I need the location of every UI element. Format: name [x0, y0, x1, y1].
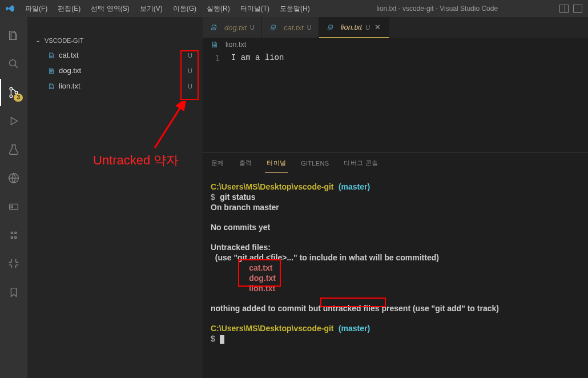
activitybar: 3 [0, 17, 27, 378]
file-icon: 🗎 [210, 23, 218, 32]
scm-badge: 3 [14, 94, 23, 102]
terminal-cursor [220, 335, 224, 344]
svg-point-0 [10, 60, 16, 66]
panel-tab-problems[interactable]: 문제 [210, 154, 226, 172]
titlebar: 파일(F) 편집(E) 선택 영역(S) 보기(V) 이동(G) 실행(R) 터… [0, 0, 588, 17]
sidebar-folder-name: VSCODE-GIT [45, 37, 83, 44]
term-prompt: $ [211, 334, 215, 343]
menu-selection[interactable]: 선택 영역(S) [86, 1, 134, 17]
term-file: cat.txt [249, 263, 272, 272]
tab-status: U [250, 24, 255, 31]
file-row[interactable]: 🗎 cat.txt U [27, 47, 203, 63]
window-title: lion.txt - vscode-git - Visual Studio Co… [315, 5, 559, 13]
term-line: Untracked files: [211, 243, 271, 252]
file-name: lion.txt [59, 82, 80, 90]
file-status: U [188, 52, 192, 59]
menu-run[interactable]: 실행(R) [202, 1, 235, 17]
term-line: nothing added to commit but [211, 304, 323, 313]
menu-edit[interactable]: 편집(E) [53, 1, 86, 17]
file-row[interactable]: 🗎 dog.txt U [27, 63, 203, 78]
line-number: 1 [203, 53, 220, 63]
term-cmd: git status [220, 192, 255, 202]
activity-extra1[interactable] [0, 193, 27, 220]
main-container: 3 ⌄ VSCODE-GIT 🗎 [0, 17, 588, 378]
tab-status: U [307, 24, 312, 31]
file-icon: 🗎 [47, 82, 55, 91]
term-dir: C:\Users\MS\Desktop\vscode-git [211, 182, 334, 191]
activity-extra3[interactable] [0, 250, 27, 278]
file-status: U [188, 67, 192, 74]
editor-area: 🗎 dog.txt U 🗎 cat.txt U 🗎 lion.txt U ✕ 🗎… [203, 17, 588, 378]
tab-close-icon[interactable]: ✕ [373, 23, 382, 31]
terminal-content[interactable]: C:\Users\MS\Desktop\vscode-git (master) … [203, 173, 588, 378]
editor-tab-active[interactable]: 🗎 lion.txt U ✕ [319, 17, 390, 38]
menu-terminal[interactable]: 터미널(T) [235, 1, 275, 17]
file-name: dog.txt [59, 66, 81, 75]
file-icon: 🗎 [211, 40, 219, 49]
panel-tab-output[interactable]: 출력 [237, 154, 254, 172]
term-prompt: $ [211, 192, 215, 202]
term-line-highlight: untracked files [323, 304, 380, 313]
layout-split-icon[interactable] [559, 5, 569, 13]
activity-server[interactable] [0, 164, 27, 192]
file-icon: 🗎 [269, 23, 277, 32]
activity-debug[interactable] [0, 107, 27, 135]
activity-search[interactable] [0, 50, 27, 78]
file-icon: 🗎 [47, 51, 55, 60]
tab-status: U [365, 24, 370, 31]
editor-tabs: 🗎 dog.txt U 🗎 cat.txt U 🗎 lion.txt U ✕ [203, 17, 588, 38]
panel-tab-debug[interactable]: 디버그 콘솔 [342, 154, 380, 172]
term-file: dog.txt [249, 274, 276, 283]
layout-panel-icon[interactable] [573, 5, 582, 13]
activity-explorer[interactable] [0, 22, 27, 49]
file-status: U [188, 83, 192, 90]
gutter: 1 [203, 53, 231, 152]
menu-view[interactable]: 보기(V) [135, 1, 168, 17]
svg-rect-6 [11, 206, 13, 208]
term-branch: (master) [339, 182, 370, 191]
term-branch: (master) [339, 324, 370, 333]
file-icon: 🗎 [326, 23, 334, 32]
editor-tab[interactable]: 🗎 dog.txt U [203, 17, 262, 38]
tab-label: lion.txt [341, 23, 363, 31]
breadcrumb[interactable]: 🗎 lion.txt [203, 38, 588, 51]
term-file: lion.txt [249, 284, 275, 293]
breadcrumb-file: lion.txt [225, 41, 246, 49]
file-icon: 🗎 [47, 66, 55, 75]
sidebar: ⌄ VSCODE-GIT 🗎 cat.txt U 🗎 dog.txt U 🗎 l… [27, 17, 203, 378]
term-line: No commits yet [211, 223, 270, 232]
term-line: present (use "git add" to track) [380, 304, 499, 313]
file-list: 🗎 cat.txt U 🗎 dog.txt U 🗎 lion.txt U [27, 47, 203, 378]
term-line: On branch master [211, 203, 279, 212]
panel-tabs: 문제 출력 터미널 GITLENS 디버그 콘솔 [203, 153, 588, 173]
term-dir: C:\Users\MS\Desktop\vscode-git [211, 324, 334, 333]
chevron-down-icon: ⌄ [35, 37, 42, 44]
activity-scm[interactable]: 3 [0, 79, 27, 106]
menu-file[interactable]: 파일(F) [20, 1, 53, 17]
titlebar-layout-controls [559, 5, 588, 13]
svg-point-1 [10, 87, 13, 90]
panel-tab-gitlens[interactable]: GITLENS [299, 155, 331, 172]
file-row[interactable]: 🗎 lion.txt U [27, 78, 203, 94]
vscode-logo [0, 4, 20, 13]
activity-testing[interactable] [0, 136, 27, 163]
tab-label: cat.txt [284, 23, 304, 32]
sidebar-folder-header[interactable]: ⌄ VSCODE-GIT [27, 31, 203, 47]
bottom-panel: 문제 출력 터미널 GITLENS 디버그 콘솔 C:\Users\MS\Des… [203, 152, 588, 378]
code-line: I am a lion [231, 53, 284, 152]
svg-point-2 [10, 95, 13, 98]
editor-content[interactable]: 1 I am a lion [203, 51, 588, 152]
menubar: 파일(F) 편집(E) 선택 영역(S) 보기(V) 이동(G) 실행(R) 터… [20, 1, 315, 17]
activity-bookmark[interactable] [0, 279, 27, 306]
editor-tab[interactable]: 🗎 cat.txt U [262, 17, 319, 38]
panel-tab-terminal[interactable]: 터미널 [265, 154, 288, 173]
menu-help[interactable]: 도움말(H) [275, 1, 315, 17]
menu-go[interactable]: 이동(G) [168, 1, 202, 17]
file-name: cat.txt [59, 51, 79, 59]
activity-extra2[interactable] [0, 222, 27, 249]
tab-label: dog.txt [224, 23, 247, 32]
term-line: (use "git add <file>..." to include in w… [211, 253, 439, 262]
